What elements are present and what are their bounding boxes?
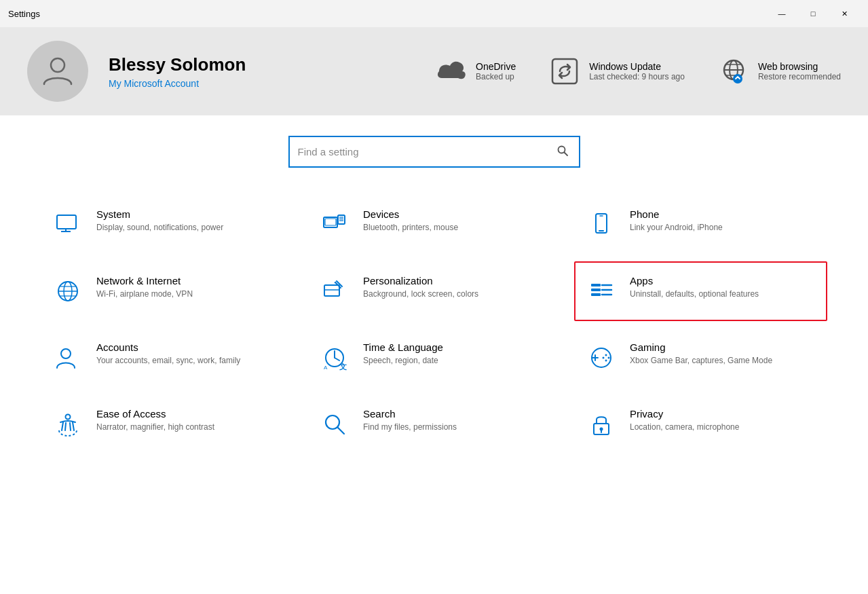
profile-name: Blessy Solomon [109, 54, 246, 75]
privacy-text: Privacy Location, camera, microphone [630, 408, 739, 433]
gaming-text: Gaming Xbox Game Bar, captures, Game Mod… [630, 341, 772, 367]
phone-subtitle: Link your Android, iPhone [630, 222, 723, 234]
phone-icon [585, 208, 618, 241]
devices-icon [318, 208, 351, 241]
time-icon: A 文 [318, 341, 351, 374]
profile-info: Blessy Solomon My Microsoft Account [109, 54, 246, 89]
svg-rect-31 [591, 289, 601, 291]
devices-title: Devices [363, 208, 458, 220]
system-subtitle: Display, sound, notifications, power [96, 222, 223, 234]
settings-item-accounts[interactable]: Accounts Your accounts, email, sync, wor… [41, 328, 294, 388]
svg-point-47 [66, 415, 71, 420]
windows-update-text: Windows Update Last checked: 9 hours ago [589, 61, 685, 81]
svg-rect-30 [591, 284, 601, 286]
network-title: Network & Internet [96, 275, 193, 286]
gaming-title: Gaming [630, 341, 772, 353]
header-status: OneDrive Backed up Windows Update Last c… [436, 56, 841, 86]
onedrive-subtitle: Backed up [476, 72, 516, 81]
search-button[interactable] [554, 143, 571, 162]
svg-rect-15 [338, 215, 345, 224]
settings-item-apps[interactable]: Apps Uninstall, defaults, optional featu… [574, 261, 827, 321]
onedrive-status[interactable]: OneDrive Backed up [436, 56, 516, 86]
web-browsing-title: Web browsing [758, 61, 841, 72]
accounts-icon [52, 341, 84, 374]
maximize-button[interactable]: □ [797, 3, 829, 24]
settings-item-system[interactable]: System Display, sound, notifications, po… [41, 195, 294, 255]
search-settings-text: Search Find my files, permissions [363, 408, 457, 433]
system-text: System Display, sound, notifications, po… [96, 208, 223, 234]
system-icon [52, 208, 84, 241]
apps-icon [585, 275, 618, 308]
svg-line-39 [335, 358, 339, 360]
svg-line-49 [338, 428, 345, 434]
network-text: Network & Internet Wi-Fi, airplane mode,… [96, 275, 193, 300]
main-content: System Display, sound, notifications, po… [0, 115, 868, 594]
personalization-subtitle: Background, lock screen, colors [363, 289, 478, 300]
privacy-subtitle: Location, camera, microphone [630, 422, 739, 433]
settings-item-gaming[interactable]: Gaming Xbox Game Bar, captures, Game Mod… [574, 328, 827, 388]
close-button[interactable]: ✕ [829, 3, 860, 24]
web-browsing-text: Web browsing Restore recommended [758, 61, 841, 81]
accounts-title: Accounts [96, 341, 240, 353]
settings-item-devices[interactable]: Devices Bluetooth, printers, mouse [307, 195, 561, 255]
time-title: Time & Language [363, 341, 443, 353]
minimize-button[interactable]: — [766, 3, 797, 24]
svg-point-46 [603, 357, 605, 359]
title-bar: Settings — □ ✕ [0, 0, 868, 27]
settings-item-search[interactable]: Search Find my files, permissions [307, 394, 561, 454]
apps-text: Apps Uninstall, defaults, optional featu… [630, 275, 759, 300]
onedrive-title: OneDrive [476, 61, 516, 72]
ease-icon [52, 408, 84, 441]
svg-text:文: 文 [339, 363, 347, 371]
personalization-title: Personalization [363, 275, 478, 286]
search-input[interactable] [298, 146, 554, 157]
apps-subtitle: Uninstall, defaults, optional features [630, 289, 759, 300]
settings-item-personalization[interactable]: Personalization Background, lock screen,… [307, 261, 561, 321]
privacy-title: Privacy [630, 408, 739, 420]
system-title: System [96, 208, 223, 220]
settings-item-network[interactable]: Network & Internet Wi-Fi, airplane mode,… [41, 261, 294, 321]
settings-item-privacy[interactable]: Privacy Location, camera, microphone [574, 394, 827, 454]
avatar [27, 41, 88, 102]
network-icon [52, 275, 84, 308]
svg-point-0 [51, 58, 64, 72]
personalization-icon [318, 275, 351, 308]
accounts-subtitle: Your accounts, email, sync, work, family [96, 355, 240, 367]
personalization-text: Personalization Background, lock screen,… [363, 275, 478, 300]
ease-title: Ease of Access [96, 408, 214, 420]
settings-grid: System Display, sound, notifications, po… [41, 195, 827, 454]
search-container [41, 136, 827, 168]
windows-update-title: Windows Update [589, 61, 685, 72]
search-settings-subtitle: Find my files, permissions [363, 422, 457, 433]
svg-point-45 [605, 360, 607, 362]
ease-text: Ease of Access Narrator, magnifier, high… [96, 408, 214, 433]
search-box [288, 136, 580, 168]
windows-update-status[interactable]: Windows Update Last checked: 9 hours ago [550, 56, 685, 86]
devices-subtitle: Bluetooth, printers, mouse [363, 222, 458, 234]
svg-rect-14 [325, 219, 336, 225]
svg-point-36 [61, 349, 71, 358]
settings-item-time[interactable]: A 文 Time & Language Speech, region, date [307, 328, 561, 388]
search-settings-title: Search [363, 408, 457, 420]
accounts-text: Accounts Your accounts, email, sync, wor… [96, 341, 240, 367]
web-browsing-icon [719, 56, 749, 86]
gaming-subtitle: Xbox Game Bar, captures, Game Mode [630, 355, 772, 367]
time-text: Time & Language Speech, region, date [363, 341, 443, 367]
privacy-icon [585, 408, 618, 441]
time-subtitle: Speech, region, date [363, 355, 443, 367]
windows-update-subtitle: Last checked: 9 hours ago [589, 72, 685, 81]
microsoft-account-link[interactable]: My Microsoft Account [109, 78, 246, 89]
settings-item-ease[interactable]: Ease of Access Narrator, magnifier, high… [41, 394, 294, 454]
web-browsing-subtitle: Restore recommended [758, 72, 841, 81]
onedrive-icon [436, 56, 466, 86]
phone-text: Phone Link your Android, iPhone [630, 208, 723, 234]
web-browsing-status[interactable]: Web browsing Restore recommended [719, 56, 841, 86]
svg-point-7 [733, 74, 742, 83]
settings-item-phone[interactable]: Phone Link your Android, iPhone [574, 195, 827, 255]
svg-point-43 [605, 354, 607, 356]
apps-title: Apps [630, 275, 759, 286]
ease-subtitle: Narrator, magnifier, high contrast [96, 422, 214, 433]
network-subtitle: Wi-Fi, airplane mode, VPN [96, 289, 193, 300]
windows-update-icon [550, 56, 580, 86]
phone-title: Phone [630, 208, 723, 220]
